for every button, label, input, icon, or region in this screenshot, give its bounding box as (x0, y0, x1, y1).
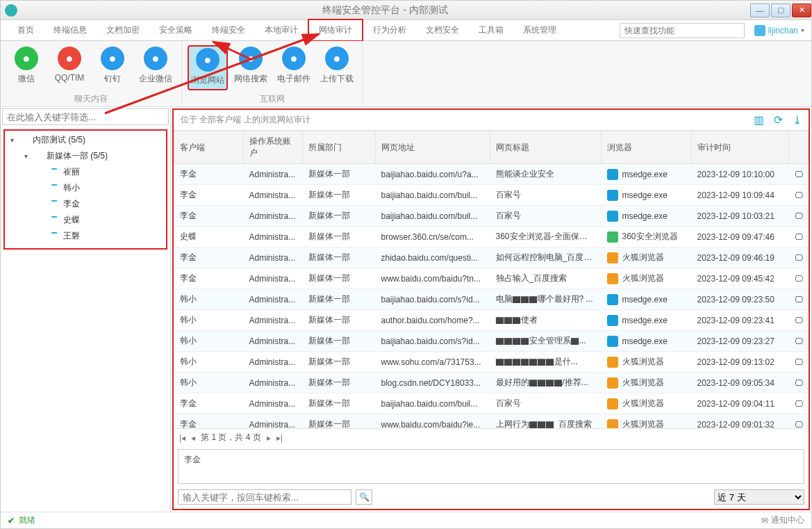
audit-table: 客户端操作系统账户所属部门网页地址网页标题浏览器审计时间 李金Administr… (174, 131, 809, 428)
menu-item-3[interactable]: 安全策略 (149, 20, 202, 40)
menu-item-5[interactable]: 本地审计 (255, 20, 308, 40)
tree-group-label: 新媒体一部 (5/5) (47, 150, 108, 162)
table-row[interactable]: 韩小Administra...新媒体一部baijiahao.baidu.com/… (174, 289, 809, 310)
table-row[interactable]: 李金Administra...新媒体一部zhidao.baidu.com/que… (174, 247, 809, 268)
column-header[interactable]: 网页标题 (490, 131, 602, 164)
menu-item-0[interactable]: 首页 (8, 20, 44, 40)
menu-item-4[interactable]: 终端安全 (202, 20, 255, 40)
minimize-button[interactable]: — (750, 3, 770, 17)
export-icon[interactable]: ⤓ (793, 113, 802, 127)
column-header[interactable] (789, 131, 809, 164)
ribbon-item-上传下载[interactable]: ●上传下载 (317, 45, 357, 90)
chevron-down-icon[interactable]: ▾ (22, 152, 30, 160)
ribbon-item-企业微信[interactable]: ●企业微信 (135, 45, 176, 90)
column-header[interactable]: 操作系统账户 (244, 131, 303, 164)
detail-monitor-icon[interactable]: 🖵 (789, 227, 809, 247)
detail-text: 李金 (184, 455, 201, 464)
column-header[interactable]: 所属部门 (303, 131, 376, 164)
ribbon-item-浏览网站[interactable]: ●浏览网站 (188, 45, 228, 90)
ribbon-item-钉钉[interactable]: ●钉钉 (92, 45, 133, 90)
tree-client[interactable]: 韩小 (37, 180, 165, 196)
tree-client[interactable]: 史蝶 (37, 212, 165, 228)
ribbon-item-QQ/TIM[interactable]: ●QQ/TIM (49, 45, 90, 90)
table-row[interactable]: 韩小Administra...新媒体一部blog.csdn.net/DCY180… (174, 373, 809, 393)
table-row[interactable]: 李金Administra...新媒体一部www.baidu.com/baidu?… (174, 268, 809, 289)
column-header[interactable]: 审计时间 (692, 131, 789, 164)
menu-item-1[interactable]: 终端信息 (44, 20, 97, 40)
tree-group[interactable]: ▾ 新媒体一部 (5/5) (20, 148, 165, 164)
notification-center[interactable]: ✉ 通知中心 (761, 514, 804, 526)
ribbon-item-电子邮件[interactable]: ●电子邮件 (274, 45, 314, 90)
detail-monitor-icon[interactable]: 🖵 (789, 310, 809, 331)
browser-icon (607, 211, 618, 222)
column-header[interactable]: 浏览器 (602, 131, 692, 164)
quick-search-input[interactable] (620, 23, 745, 38)
menu-item-6[interactable]: 网络审计 (308, 19, 363, 42)
ribbon-item-微信[interactable]: ●微信 (6, 45, 47, 90)
browser-icon (607, 377, 618, 389)
tree-client[interactable]: 王磐 (37, 228, 165, 244)
table-row[interactable]: 李金Administra...新媒体一部baijiahao.baidu.com/… (174, 393, 809, 414)
browser-icon (607, 336, 618, 347)
table-row[interactable]: 韩小Administra...新媒体一部baijiahao.baidu.com/… (174, 331, 809, 352)
column-header[interactable]: 网页地址 (376, 131, 490, 164)
table-row[interactable]: 韩小Administra...新媒体一部author.baidu.com/hom… (174, 310, 809, 331)
browser-icon (607, 252, 618, 263)
ribbon-item-label: 企业微信 (139, 73, 172, 85)
tree-root[interactable]: ▾ 内部测试 (5/5) (6, 132, 165, 148)
table-row[interactable]: 李金Administra...新媒体一部baijiahao.baidu.com/… (174, 164, 809, 185)
detail-monitor-icon[interactable]: 🖵 (789, 414, 809, 429)
column-header[interactable]: 客户端 (174, 131, 244, 164)
browser-icon (607, 190, 618, 201)
keyword-search-input[interactable] (178, 489, 351, 505)
chevron-down-icon[interactable]: ▾ (8, 136, 16, 144)
tree-root-label: 内部测试 (5/5) (33, 134, 85, 146)
detail-monitor-icon[interactable]: 🖵 (789, 185, 809, 206)
ribbon-item-label: 浏览网站 (191, 74, 224, 86)
search-button[interactable]: 🔍 (356, 489, 372, 505)
pager-last[interactable]: ▸| (276, 433, 283, 443)
tree-client[interactable]: 崔丽 (37, 164, 165, 180)
columns-icon[interactable]: ▥ (754, 113, 764, 127)
table-row[interactable]: 李金Administra...新媒体一部baijiahao.baidu.com/… (174, 206, 809, 227)
table-row[interactable]: 韩小Administra...新媒体一部www.sohu.com/a/73175… (174, 352, 809, 373)
tree-filter-input[interactable] (2, 108, 169, 125)
pager-next[interactable]: ▸ (267, 433, 271, 443)
browser-icon (607, 294, 618, 305)
detail-monitor-icon[interactable]: 🖵 (789, 164, 809, 185)
menu-item-8[interactable]: 文档安全 (416, 20, 469, 40)
detail-monitor-icon[interactable]: 🖵 (789, 352, 809, 373)
ribbon-item-label: 网络搜索 (234, 73, 267, 85)
status-check-icon: ✔ (8, 516, 15, 526)
detail-monitor-icon[interactable]: 🖵 (789, 373, 809, 393)
ribbon-item-label: 上传下载 (320, 73, 354, 85)
pager-first[interactable]: |◂ (179, 433, 185, 443)
detail-monitor-icon[interactable]: 🖵 (789, 331, 809, 352)
detail-monitor-icon[interactable]: 🖵 (789, 393, 809, 414)
pager-prev[interactable]: ◂ (191, 433, 195, 443)
table-row[interactable]: 史蝶Administra...新媒体一部browser.360.cn/se/co… (174, 227, 809, 247)
tree-client[interactable]: 李金 (37, 196, 165, 212)
table-row[interactable]: 李金Administra...新媒体一部www.baidu.com/baidu?… (174, 414, 809, 429)
ribbon-icon: ● (239, 47, 263, 70)
refresh-icon[interactable]: ⟳ (774, 113, 783, 127)
mail-icon: ✉ (761, 516, 768, 526)
time-range-select[interactable]: 近 7 天 (714, 489, 804, 505)
menu-item-2[interactable]: 文档加密 (97, 20, 149, 40)
maximize-button[interactable]: ▢ (771, 3, 790, 17)
tree-client-label: 王磐 (63, 230, 80, 242)
close-button[interactable]: ✕ (792, 3, 811, 17)
detail-monitor-icon[interactable]: 🖵 (789, 247, 809, 268)
menu-item-9[interactable]: 工具箱 (469, 20, 513, 40)
user-menu[interactable]: lijinchan ▾ (754, 25, 804, 36)
menu-item-10[interactable]: 系统管理 (513, 20, 566, 40)
detail-monitor-icon[interactable]: 🖵 (789, 268, 809, 289)
ribbon-icon: ● (325, 47, 349, 70)
ribbon-item-网络搜索[interactable]: ●网络搜索 (231, 45, 271, 90)
tree-client-label: 韩小 (63, 182, 80, 194)
status-text: 就绪 (19, 514, 35, 526)
menu-item-7[interactable]: 行为分析 (363, 20, 416, 40)
table-row[interactable]: 李金Administra...新媒体一部baijiahao.baidu.com/… (174, 185, 809, 206)
detail-monitor-icon[interactable]: 🖵 (789, 206, 809, 227)
detail-monitor-icon[interactable]: 🖵 (789, 289, 809, 310)
